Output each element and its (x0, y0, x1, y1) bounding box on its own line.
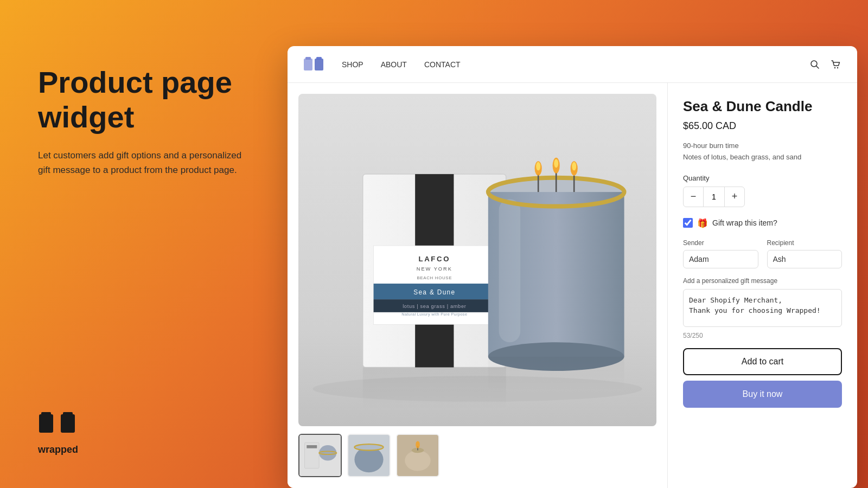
svg-point-10 (834, 67, 835, 68)
svg-point-38 (572, 162, 576, 171)
thumbnail-2[interactable] (347, 434, 391, 477)
svg-rect-0 (39, 414, 53, 433)
sender-field-group: Sender (683, 239, 758, 268)
svg-rect-39 (363, 368, 506, 410)
product-image-area: LAFCO NEW YORK BEACH HOUSE Sea & Dune lo… (288, 83, 667, 488)
search-button[interactable] (809, 59, 820, 70)
gift-wrap-row: 🎁 Gift wrap this item? (683, 218, 842, 228)
bottom-logo-container: wrapped (38, 410, 78, 455)
buy-it-now-button[interactable]: Buy it now (683, 381, 842, 408)
svg-rect-2 (61, 414, 75, 433)
recipient-input[interactable] (767, 250, 843, 268)
add-to-cart-button[interactable]: Add to cart (683, 348, 842, 375)
svg-point-34 (536, 162, 540, 171)
thumbnails-row (298, 434, 656, 477)
sender-input[interactable] (683, 250, 758, 268)
quantity-label: Quantity (683, 174, 842, 182)
navigation: SHOP ABOUT CONTACT (288, 46, 857, 83)
cart-button[interactable] (830, 59, 841, 70)
main-content: LAFCO NEW YORK BEACH HOUSE Sea & Dune lo… (288, 83, 857, 488)
sender-label: Sender (683, 239, 758, 247)
svg-rect-7 (316, 57, 322, 60)
svg-text:lotus | sea grass | amber: lotus | sea grass | amber (403, 304, 466, 309)
product-description: 90-hour burn time Notes of lotus, beach … (683, 140, 842, 163)
product-main-image: LAFCO NEW YORK BEACH HOUSE Sea & Dune lo… (298, 94, 656, 426)
message-label: Add a personalized gift message (683, 277, 842, 285)
gift-wrap-label: Gift wrap this item? (712, 219, 777, 227)
svg-rect-6 (315, 59, 323, 70)
wrapped-logo-text: wrapped (38, 444, 78, 455)
sender-recipient-row: Sender Recipient (683, 239, 842, 268)
nav-shop-link[interactable]: SHOP (342, 60, 363, 69)
browser-window: SHOP ABOUT CONTACT (288, 46, 857, 488)
svg-point-44 (319, 445, 336, 461)
nav-logo-icon (304, 56, 326, 73)
nav-links: SHOP ABOUT CONTACT (342, 60, 809, 69)
svg-text:BEACH HOUSE: BEACH HOUSE (417, 275, 452, 280)
svg-text:Sea & Dune: Sea & Dune (413, 288, 455, 296)
svg-rect-1 (41, 412, 51, 415)
gift-icon: 🎁 (697, 218, 708, 228)
thumbnail-3[interactable] (396, 434, 439, 477)
svg-rect-43 (307, 445, 317, 448)
recipient-label: Recipient (767, 239, 843, 247)
svg-text:LAFCO: LAFCO (418, 255, 450, 263)
svg-rect-4 (304, 59, 312, 70)
cart-icon (830, 59, 841, 70)
svg-point-36 (554, 159, 558, 168)
nav-icons (809, 59, 841, 70)
svg-point-54 (416, 441, 420, 448)
thumbnail-1-image (299, 435, 341, 476)
product-details-panel: Sea & Dune Candle $65.00 CAD 90-hour bur… (667, 83, 857, 488)
svg-line-9 (816, 66, 819, 68)
quantity-value: 1 (703, 187, 725, 207)
svg-rect-40 (488, 357, 624, 393)
svg-point-11 (837, 67, 838, 68)
thumbnail-3-image (397, 435, 438, 476)
svg-rect-3 (63, 412, 73, 415)
char-count: 53/250 (683, 332, 842, 339)
nav-about-link[interactable]: ABOUT (381, 60, 407, 69)
quantity-decrease-button[interactable]: − (684, 187, 703, 207)
product-detail-1: 90-hour burn time (683, 140, 842, 152)
gift-message-textarea[interactable]: Dear Shopify Merchant, Thank you for cho… (683, 289, 842, 327)
hero-description: Let customers add gift options and a per… (38, 148, 255, 177)
hero-heading: Product page widget (38, 65, 255, 135)
svg-point-51 (405, 451, 431, 471)
gift-wrap-checkbox[interactable] (683, 218, 693, 228)
quantity-control: − 1 + (683, 187, 745, 207)
product-detail-2: Notes of lotus, beach grass, and sand (683, 152, 842, 163)
svg-text:NEW YORK: NEW YORK (417, 266, 452, 272)
nav-contact-link[interactable]: CONTACT (424, 60, 461, 69)
svg-text:Natural Luxury with Pure Purpo: Natural Luxury with Pure Purpose (401, 312, 467, 317)
quantity-increase-button[interactable]: + (725, 187, 744, 207)
wrapped-logo-icon (38, 410, 76, 440)
svg-rect-5 (305, 57, 311, 60)
main-image-container: LAFCO NEW YORK BEACH HOUSE Sea & Dune lo… (298, 94, 656, 426)
thumbnail-1[interactable] (298, 434, 342, 477)
thumbnail-2-image (348, 435, 390, 476)
product-price: $65.00 CAD (683, 120, 842, 132)
svg-rect-27 (499, 199, 521, 342)
left-panel: Product page widget Let customers add gi… (0, 0, 288, 488)
recipient-field-group: Recipient (767, 239, 843, 268)
search-icon (809, 59, 820, 70)
product-title: Sea & Dune Candle (683, 98, 842, 115)
